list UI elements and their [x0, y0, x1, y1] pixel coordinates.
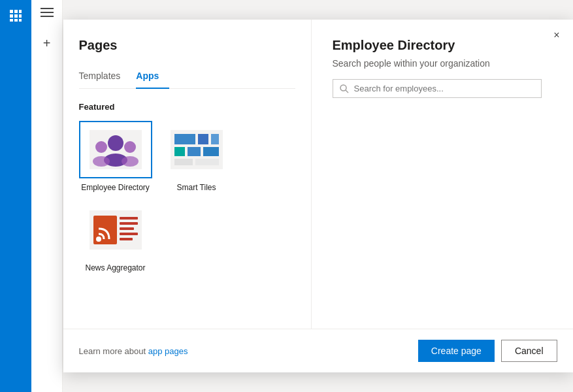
tabs-container: Templates Apps: [79, 65, 295, 89]
nav-sidebar: +: [31, 0, 63, 392]
pages-dialog: × Pages Templates Apps Featured: [63, 20, 573, 372]
app-label-news-aggregator: News Aggregator: [85, 263, 145, 274]
svg-rect-6: [10, 19, 13, 22]
svg-rect-20: [174, 147, 185, 156]
app-grid: Employee Directory: [79, 121, 295, 274]
right-panel-description: Search people within your organization: [333, 58, 552, 69]
close-button[interactable]: ×: [551, 27, 562, 43]
svg-rect-0: [10, 10, 13, 13]
svg-rect-32: [120, 238, 133, 240]
svg-rect-4: [14, 14, 18, 18]
add-button[interactable]: +: [39, 35, 55, 51]
featured-label: Featured: [79, 102, 295, 112]
svg-rect-23: [174, 159, 193, 165]
employee-search-box[interactable]: [333, 79, 542, 98]
main-content: S × Pages Templates Apps Featured: [63, 0, 573, 392]
app-item-smart-tiles[interactable]: Smart Tiles: [160, 121, 233, 193]
app-item-employee-directory[interactable]: Employee Directory: [79, 121, 152, 193]
svg-rect-22: [203, 147, 219, 156]
learn-more-text: Learn more about app pages: [79, 346, 188, 356]
app-label-smart-tiles: Smart Tiles: [176, 182, 216, 193]
svg-point-14: [93, 156, 110, 167]
app-sidebar: [0, 0, 31, 392]
waffle-icon[interactable]: [5, 5, 26, 26]
svg-rect-7: [14, 19, 18, 22]
create-page-button[interactable]: Create page: [418, 340, 495, 362]
svg-line-34: [346, 90, 348, 93]
svg-rect-19: [211, 134, 219, 144]
svg-rect-21: [188, 147, 201, 156]
search-input[interactable]: [354, 84, 534, 93]
svg-rect-8: [19, 19, 22, 22]
footer-actions: Create page Cancel: [418, 340, 557, 362]
svg-rect-18: [198, 134, 208, 144]
app-icon-news-aggregator: [79, 201, 152, 259]
svg-rect-24: [195, 159, 219, 165]
dialog-body: Pages Templates Apps Featured: [63, 20, 573, 329]
svg-point-11: [95, 141, 107, 153]
tab-apps[interactable]: Apps: [136, 65, 169, 89]
svg-point-27: [96, 237, 101, 242]
tab-templates[interactable]: Templates: [79, 65, 131, 89]
search-icon: [340, 84, 349, 93]
svg-rect-29: [120, 222, 138, 225]
hamburger-icon[interactable]: [41, 8, 54, 17]
svg-rect-1: [14, 10, 18, 13]
svg-point-10: [108, 135, 123, 151]
right-panel: Employee Directory Search people within …: [312, 20, 573, 329]
svg-rect-17: [174, 134, 195, 144]
svg-point-33: [340, 85, 346, 91]
app-icon-employee-directory: [79, 121, 152, 178]
left-panel: Pages Templates Apps Featured: [63, 20, 312, 329]
cancel-button[interactable]: Cancel: [501, 340, 557, 362]
svg-point-12: [124, 141, 136, 153]
svg-point-15: [122, 156, 139, 167]
app-label-employee-directory: Employee Directory: [81, 182, 150, 193]
svg-rect-3: [10, 14, 13, 18]
left-panel-title: Pages: [79, 38, 295, 53]
app-item-news-aggregator[interactable]: News Aggregator: [79, 201, 152, 274]
app-pages-link[interactable]: app pages: [148, 346, 188, 356]
right-panel-title: Employee Directory: [333, 38, 552, 53]
svg-rect-5: [19, 14, 22, 18]
svg-rect-31: [120, 233, 138, 235]
svg-rect-30: [120, 227, 134, 230]
dialog-footer: Learn more about app pages Create page C…: [63, 329, 573, 372]
app-icon-smart-tiles: [160, 121, 233, 178]
svg-rect-28: [120, 217, 138, 220]
svg-rect-2: [19, 10, 22, 13]
